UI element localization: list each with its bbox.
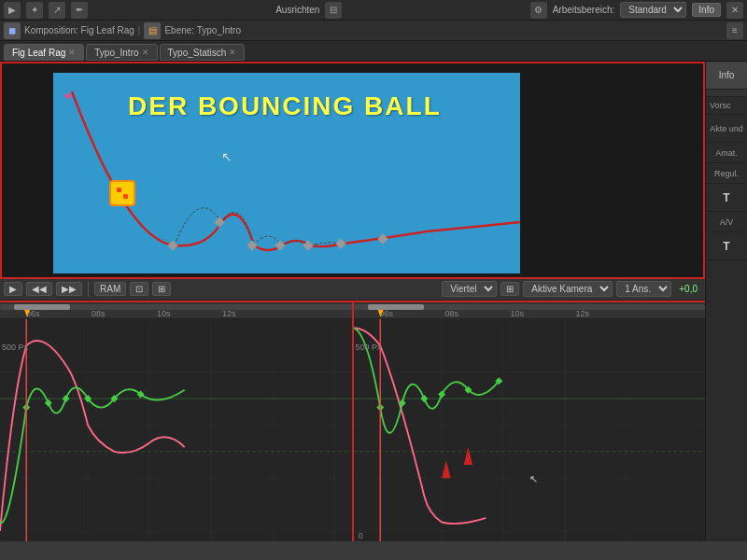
graph-right: 06s 08s 10s 12s <box>354 302 706 541</box>
comp-label: Komposition: Fig Leaf Rag <box>24 25 134 35</box>
viewer-toolbar: ▶ ◀◀ ▶▶ RAM ⊡ ⊞ Viertel ⊞ Aktive Kamera … <box>0 279 705 301</box>
svg-rect-40 <box>420 395 428 402</box>
tab-fig-leaf-rag[interactable]: Fig Leaf Rag ✕ <box>4 44 84 61</box>
layer-label: Ebene: Typo_Intro <box>164 25 241 35</box>
play-button[interactable]: ▶ <box>4 282 22 296</box>
close-icon[interactable]: ✕ <box>726 2 743 19</box>
graph-l-10s: 10s <box>157 309 171 318</box>
graph-l-08s: 08s <box>92 309 106 318</box>
graph-left-content: 500 Px <box>0 319 352 541</box>
settings-icon[interactable]: ⚙ <box>530 2 547 19</box>
graph-left-svg <box>0 319 352 541</box>
graph-right-ruler: 06s 08s 10s 12s <box>354 302 706 319</box>
canvas-area: ✦ DER BOUNCING BALL ↖ <box>53 73 520 273</box>
graph-right-svg: ↖ 0 <box>354 319 706 541</box>
comp-bar: ◼ Komposition: Fig Leaf Rag | ▤ Ebene: T… <box>0 21 747 41</box>
info-tab[interactable]: Info <box>706 62 747 90</box>
main-content: ✦ DER BOUNCING BALL ↖ ▶ <box>0 62 747 541</box>
svg-marker-45 <box>463 447 472 465</box>
svg-rect-6 <box>377 233 388 244</box>
tab-typo-statisch-label: Typo_Statisch <box>168 48 227 58</box>
safe-button[interactable]: ⊞ <box>152 282 171 296</box>
svg-rect-21 <box>45 399 52 406</box>
ball-icon <box>109 180 135 206</box>
grid-button[interactable]: ⊞ <box>500 282 519 296</box>
quality-dropdown[interactable]: Viertel <box>442 281 497 297</box>
comp-viewer: ✦ DER BOUNCING BALL ↖ <box>0 62 705 279</box>
svg-rect-5 <box>335 238 345 248</box>
vorsc-section: Vorsc <box>706 97 747 115</box>
graph-r-10s: 10s <box>511 309 525 318</box>
tab-fig-leaf-rag-label: Fig Leaf Rag <box>12 48 65 58</box>
ram-button[interactable]: RAM <box>94 282 126 296</box>
graph-right-y-label: 500 Px <box>356 343 382 352</box>
graph-r-08s: 08s <box>445 309 459 318</box>
amat-label: Amat. <box>715 148 738 158</box>
graph-r-12s: 12s <box>576 309 590 318</box>
align-icon[interactable]: ⊟ <box>325 2 342 19</box>
layer-icon[interactable]: ▤ <box>144 22 161 39</box>
t2-label: T <box>723 240 729 253</box>
tab-close-icon-3[interactable]: ✕ <box>229 48 236 57</box>
vorsc-label: Vorsc <box>710 101 731 110</box>
tool-icon-3[interactable]: ✒ <box>71 2 88 19</box>
comp-icon[interactable]: ◼ <box>4 22 21 39</box>
canvas-title: DER BOUNCING BALL <box>128 91 442 121</box>
panel-divider <box>706 90 747 97</box>
left-main: ✦ DER BOUNCING BALL ↖ ▶ <box>0 62 705 541</box>
akte-label: Akte und <box>710 124 743 133</box>
graph-l-12s: 12s <box>222 309 236 318</box>
graph-right-content: ↖ 0 500 Px <box>354 319 706 541</box>
svg-text:✦: ✦ <box>63 89 74 104</box>
step-fwd-button[interactable]: ▶▶ <box>56 282 82 296</box>
amat-section: Amat. <box>706 143 747 163</box>
info-button[interactable]: Info <box>692 3 721 17</box>
view-dropdown[interactable]: 1 Ans. <box>616 281 671 297</box>
right-panel: Info Vorsc Akte und Amat. Regul. T A/V T <box>705 62 747 541</box>
tab-typo-intro[interactable]: Typo_Intro ✕ <box>86 44 157 61</box>
svg-rect-2 <box>247 240 257 250</box>
region-button[interactable]: ⊡ <box>130 282 148 296</box>
tool-icon-2[interactable]: ↗ <box>49 2 65 19</box>
arbeitsbereich-label: Arbeitsbereich: <box>553 5 615 15</box>
svg-rect-22 <box>63 395 70 402</box>
t-label: T <box>723 191 729 204</box>
t-section: T <box>706 184 747 212</box>
top-toolbar: ▶ ✦ ↗ ✒ Ausrichten ⊟ ⚙ Arbeitsbereich: S… <box>0 0 747 21</box>
tab-typo-statisch[interactable]: Typo_Statisch ✕ <box>160 44 246 61</box>
regul-section: Regul. <box>706 163 747 184</box>
tab-close-icon-2[interactable]: ✕ <box>142 48 149 57</box>
svg-rect-0 <box>167 240 177 250</box>
step-back-button[interactable]: ◀◀ <box>26 282 52 296</box>
graph-left: 06s 08s 10s 12s <box>0 302 354 541</box>
ausrichten-label: Ausrichten <box>275 5 319 15</box>
av-section: A/V <box>706 212 747 232</box>
graph-left-ruler: 06s 08s 10s 12s <box>0 302 352 319</box>
svg-text:↖: ↖ <box>529 473 538 484</box>
graph-left-y-label: 500 Px <box>2 343 28 352</box>
tab-close-icon[interactable]: ✕ <box>68 48 76 57</box>
camera-dropdown[interactable]: Aktive Kamera <box>523 281 613 297</box>
panel-menu-icon[interactable]: ≡ <box>726 22 743 39</box>
app-icon[interactable]: ▶ <box>4 2 21 19</box>
tool-icon-1[interactable]: ✦ <box>26 2 43 19</box>
graphs-area: 06s 08s 10s 12s <box>0 302 705 541</box>
akte-section: Akte und <box>706 115 747 143</box>
av-label: A/V <box>720 217 734 227</box>
tabs-row: Fig Leaf Rag ✕ Typo_Intro ✕ Typo_Statisc… <box>0 41 747 62</box>
t2-section: T <box>706 232 747 260</box>
arbeitsbereich-dropdown[interactable]: Standard <box>620 2 686 18</box>
svg-text:0: 0 <box>358 530 362 539</box>
offset-value: +0,0 <box>675 283 701 295</box>
svg-marker-44 <box>442 460 450 478</box>
regul-label: Regul. <box>714 169 739 178</box>
tab-typo-intro-label: Typo_Intro <box>94 48 138 58</box>
